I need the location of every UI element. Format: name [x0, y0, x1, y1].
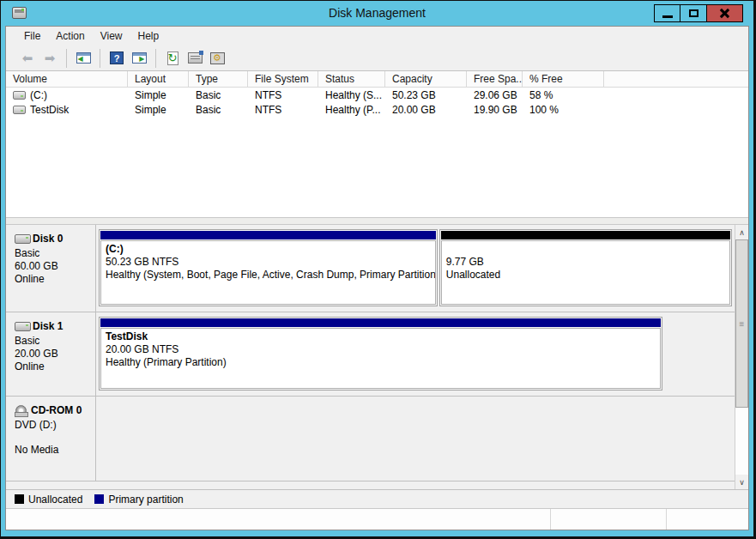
volume-free-space: 19.90 GB	[467, 104, 523, 116]
partition-unallocated[interactable]: 9.77 GB Unallocated	[439, 229, 732, 306]
disk-type: Basic	[15, 335, 95, 348]
show-action-pane-button[interactable]: ▶	[128, 48, 150, 69]
menu-help[interactable]: Help	[130, 28, 167, 44]
partition-info: 9.77 GB Unallocated	[441, 240, 730, 305]
scrollbar-thumb[interactable]: ≡	[735, 239, 748, 408]
status-cell	[6, 509, 550, 530]
volume-layout: Simple	[128, 89, 189, 101]
partition-testdisk[interactable]: TestDisk 20.00 GB NTFS Healthy (Primary …	[99, 317, 662, 391]
legend-primary-partition: Primary partition	[94, 494, 183, 506]
column-header-pct-free[interactable]: % Free	[523, 71, 604, 87]
cdrom-0-label[interactable]: CD-ROM 0 DVD (D:) No Media	[6, 397, 96, 481]
volume-list: Volume Layout Type File System Status Ca…	[6, 71, 748, 217]
menu-view[interactable]: View	[93, 28, 130, 44]
disk-size: 60.00 GB	[15, 260, 95, 273]
partition-size: 20.00 GB NTFS	[106, 343, 656, 356]
disk-1-partitions: TestDisk 20.00 GB NTFS Healthy (Primary …	[96, 312, 735, 396]
scroll-down-button[interactable]: ∨	[735, 475, 748, 489]
menu-bar: File Action View Help	[6, 27, 748, 45]
legend-unallocated: Unallocated	[15, 494, 82, 506]
disk-properties-icon	[188, 52, 203, 64]
maximize-button[interactable]	[680, 4, 707, 22]
help-button[interactable]: ?	[106, 48, 128, 69]
disk-name: Disk 0	[33, 233, 63, 245]
disk-0-partitions: (C:) 50.23 GB NTFS Healthy (System, Boot…	[96, 225, 735, 312]
volume-file-system: NTFS	[248, 89, 318, 101]
hard-disk-icon	[15, 322, 31, 331]
partition-name: (C:)	[106, 243, 432, 256]
partition-name	[446, 243, 726, 256]
column-header-free-space[interactable]: Free Spa...	[467, 71, 523, 87]
cd-rom-icon	[15, 405, 29, 417]
column-header-status[interactable]: Status	[318, 71, 385, 87]
primary-partition-swatch	[94, 494, 104, 504]
window-controls	[654, 4, 743, 22]
partition-c[interactable]: (C:) 50.23 GB NTFS Healthy (System, Boot…	[99, 229, 438, 306]
volume-file-system: NTFS	[248, 104, 318, 116]
cdrom-0-partitions	[96, 397, 735, 481]
show-console-tree-button[interactable]: ◀	[72, 48, 94, 69]
minimize-button[interactable]	[654, 4, 680, 22]
column-header-capacity[interactable]: Capacity	[385, 71, 467, 87]
rescan-disks-button[interactable]: ⚙	[206, 48, 228, 69]
volume-status: Healthy (P...	[318, 104, 385, 116]
volume-pct-free: 58 %	[523, 89, 604, 101]
scroll-up-button[interactable]: ∧	[735, 225, 748, 239]
column-header-layout[interactable]: Layout	[128, 71, 189, 87]
volume-layout: Simple	[128, 104, 189, 116]
volume-list-header: Volume Layout Type File System Status Ca…	[6, 71, 748, 88]
vertical-scrollbar[interactable]: ∧ ≡ ∨	[735, 225, 748, 489]
legend-label: Primary partition	[108, 494, 183, 506]
partition-color-band	[441, 231, 730, 239]
menu-file[interactable]: File	[16, 28, 48, 44]
scrollbar-track[interactable]	[735, 408, 748, 475]
close-button[interactable]	[707, 4, 743, 22]
disk-name: CD-ROM 0	[31, 404, 82, 417]
disk-graph-content: Disk 0 Basic 60.00 GB Online (C:) 50.23 …	[6, 225, 735, 489]
help-icon: ?	[110, 51, 124, 64]
forward-arrow-icon: ➡	[45, 51, 56, 66]
menu-action[interactable]: Action	[48, 28, 92, 44]
partition-color-band	[100, 318, 661, 327]
pane-splitter[interactable]	[6, 217, 748, 225]
partition-info: TestDisk 20.00 GB NTFS Healthy (Primary …	[100, 328, 661, 389]
column-header-filler	[604, 71, 748, 87]
status-bar	[6, 508, 748, 530]
volume-row-c[interactable]: (C:) Simple Basic NTFS Healthy (S... 50.…	[6, 88, 748, 102]
refresh-icon: ↻	[167, 51, 178, 65]
rescan-disks-icon: ⚙	[210, 52, 225, 64]
legend-bar: Unallocated Primary partition	[6, 489, 748, 508]
disk-0-label[interactable]: Disk 0 Basic 60.00 GB Online	[6, 225, 96, 312]
volume-type: Basic	[189, 104, 248, 116]
title-bar[interactable]: Disk Management	[1, 1, 753, 25]
volume-capacity: 20.00 GB	[385, 104, 467, 116]
cdrom-0-row: CD-ROM 0 DVD (D:) No Media	[6, 397, 735, 481]
forward-button[interactable]: ➡	[39, 48, 61, 69]
disk-type: DVD (D:)	[15, 419, 95, 432]
column-header-volume[interactable]: Volume	[6, 71, 128, 87]
client-area: File Action View Help ⬅ ➡ ◀ ? ▶ ↻ ⚙ Volu…	[5, 26, 749, 530]
partition-info: (C:) 50.23 GB NTFS Healthy (System, Boot…	[100, 240, 436, 305]
disk-size: 20.00 GB	[15, 348, 95, 360]
volume-status: Healthy (S...	[318, 89, 385, 101]
disk-graph-view: Disk 0 Basic 60.00 GB Online (C:) 50.23 …	[6, 225, 748, 489]
unallocated-swatch	[15, 494, 24, 504]
disk-status: Online	[15, 273, 95, 286]
disk-name: Disk 1	[33, 320, 63, 333]
toolbar-separator	[100, 49, 100, 68]
back-button[interactable]: ⬅	[16, 48, 39, 69]
disk-type: Basic	[15, 247, 95, 260]
refresh-button[interactable]: ↻	[161, 48, 184, 69]
toolbar: ⬅ ➡ ◀ ? ▶ ↻ ⚙	[6, 45, 748, 71]
console-tree-icon: ◀	[76, 52, 91, 64]
column-header-file-system[interactable]: File System	[248, 71, 318, 87]
status-cell	[550, 509, 666, 530]
volume-free-space: 29.06 GB	[467, 89, 523, 101]
column-header-type[interactable]: Type	[189, 71, 248, 87]
disk-properties-button[interactable]	[184, 48, 206, 69]
disk-status: Online	[15, 360, 95, 373]
volume-row-testdisk[interactable]: TestDisk Simple Basic NTFS Healthy (P...…	[6, 102, 748, 117]
hard-disk-icon	[15, 234, 31, 244]
disk-1-label[interactable]: Disk 1 Basic 20.00 GB Online	[6, 312, 96, 396]
volume-icon	[13, 106, 26, 114]
